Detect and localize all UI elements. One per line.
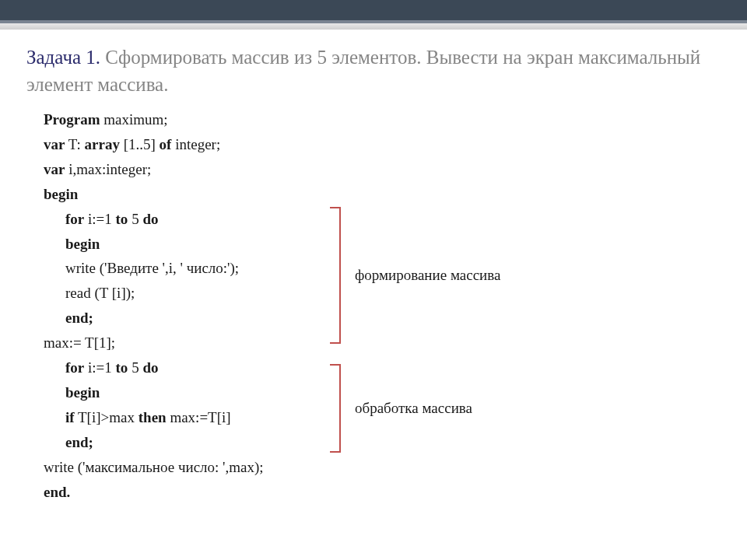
annotation-text-2: обработка массива (355, 400, 472, 417)
task-heading: Задача 1. Сформировать массив из 5 элеме… (26, 44, 721, 98)
task-text: Сформировать массив из 5 элементов. Выве… (26, 47, 700, 95)
code-block: Program maximum; var T: array [1..5] of … (26, 107, 721, 505)
code-line-16: end. (44, 480, 721, 505)
title-bar-accent (0, 23, 747, 30)
code-line-15: write ('максимальное число: ',max); (44, 455, 721, 480)
task-label: Задача 1. (26, 47, 100, 68)
title-bar (0, 0, 747, 23)
code-line-1: Program maximum; (44, 107, 721, 132)
bracket-icon (330, 207, 341, 344)
bracket-icon (330, 364, 341, 453)
code-line-4: begin (44, 182, 721, 207)
annotation-text-1: формирование массива (355, 267, 500, 284)
annotation-form-array: формирование массива (330, 207, 500, 344)
code-line-3: var i,max:integer; (44, 157, 721, 182)
code-line-2: var T: array [1..5] of integer; (44, 132, 721, 157)
annotation-process-array: обработка массива (330, 364, 472, 453)
slide-content: Задача 1. Сформировать массив из 5 элеме… (0, 30, 747, 520)
